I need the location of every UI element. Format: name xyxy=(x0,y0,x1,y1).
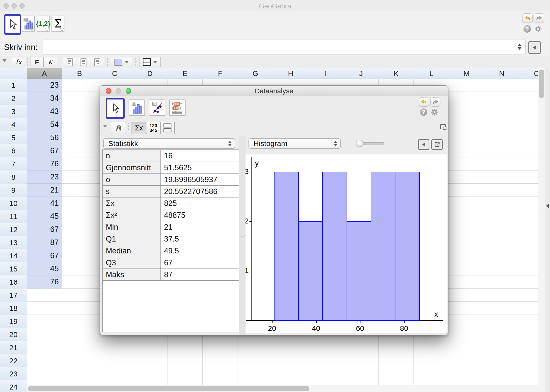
cell-O17[interactable] xyxy=(519,289,538,302)
cell-N3[interactable] xyxy=(484,105,519,118)
column-header-H[interactable]: H xyxy=(273,68,308,79)
cell-A7[interactable]: 76 xyxy=(27,157,62,171)
cell-M14[interactable] xyxy=(449,249,484,262)
cell-L23[interactable] xyxy=(414,367,449,380)
column-header-N[interactable]: N xyxy=(484,68,520,79)
cell-K23[interactable] xyxy=(379,367,414,380)
cell-M8[interactable] xyxy=(449,171,484,184)
italic-button[interactable]: K xyxy=(44,57,57,67)
cell-O11[interactable] xyxy=(519,210,538,223)
cell-N10[interactable] xyxy=(484,197,519,210)
row-header-23[interactable]: 23 xyxy=(0,367,27,381)
cell-O16[interactable] xyxy=(519,275,538,289)
toggle-left-panel-button[interactable] xyxy=(418,139,429,150)
dialog-settings-button[interactable] xyxy=(431,108,438,116)
row-header-12[interactable]: 12 xyxy=(0,223,27,236)
row-header-6[interactable]: 6 xyxy=(0,144,27,158)
input-field[interactable] xyxy=(43,40,525,54)
row-header-11[interactable]: 11 xyxy=(0,210,27,223)
cell-M12[interactable] xyxy=(449,223,484,236)
column-header-O[interactable]: O xyxy=(519,68,538,79)
show-data-button[interactable]: 123 345 xyxy=(146,122,161,134)
cell-A10[interactable]: 41 xyxy=(27,197,62,210)
cell-B16[interactable] xyxy=(62,275,97,289)
cell-C23[interactable] xyxy=(97,367,132,380)
cell-N7[interactable] xyxy=(484,157,519,171)
border-style-button[interactable] xyxy=(139,57,161,67)
cell-M17[interactable] xyxy=(449,289,484,302)
cell-B1[interactable] xyxy=(62,79,97,92)
vertical-scrollbar-thumb[interactable] xyxy=(539,70,544,98)
cell-N17[interactable] xyxy=(484,289,519,302)
cell-H22[interactable] xyxy=(273,354,308,367)
cell-M6[interactable] xyxy=(449,144,484,157)
input-help-toggle-button[interactable] xyxy=(528,41,541,54)
cell-D22[interactable] xyxy=(132,354,167,367)
row-header-3[interactable]: 3 xyxy=(0,105,27,118)
column-header-C[interactable]: C xyxy=(97,68,133,79)
cell-O9[interactable] xyxy=(519,184,538,197)
cell-N15[interactable] xyxy=(484,262,519,275)
row-header-21[interactable]: 21 xyxy=(0,341,27,354)
cell-J23[interactable] xyxy=(343,367,379,380)
column-header-A[interactable]: A xyxy=(27,68,62,79)
column-header-F[interactable]: F xyxy=(203,68,238,79)
vertical-scrollbar[interactable] xyxy=(538,68,545,392)
row-header-20[interactable]: 20 xyxy=(0,328,27,341)
fx-button[interactable]: fx xyxy=(12,57,25,67)
cell-O18[interactable] xyxy=(519,302,538,315)
cell-G21[interactable] xyxy=(238,341,273,354)
cell-A4[interactable]: 54 xyxy=(27,118,62,131)
cell-A20[interactable] xyxy=(27,328,62,341)
cell-M1[interactable] xyxy=(449,79,484,92)
dialog-redo-button[interactable] xyxy=(430,98,440,106)
cell-A22[interactable] xyxy=(27,354,62,367)
cell-N6[interactable] xyxy=(484,144,519,157)
cell-B10[interactable] xyxy=(62,197,97,210)
row-header-5[interactable]: 5 xyxy=(0,131,27,145)
cell-O7[interactable] xyxy=(519,157,538,171)
cell-O5[interactable] xyxy=(519,131,538,144)
cell-E22[interactable] xyxy=(167,354,203,367)
column-header-L[interactable]: L xyxy=(414,68,449,79)
sheet-corner[interactable] xyxy=(0,68,27,79)
align-right-button[interactable] xyxy=(91,57,104,67)
cell-O10[interactable] xyxy=(519,197,538,210)
cell-O3[interactable] xyxy=(519,105,538,118)
cell-J22[interactable] xyxy=(343,354,379,367)
cell-M4[interactable] xyxy=(449,118,484,131)
dialog-undo-button[interactable] xyxy=(419,98,429,106)
row-header-10[interactable]: 10 xyxy=(0,197,27,210)
one-variable-analysis-button[interactable] xyxy=(129,99,145,116)
bold-button[interactable]: F xyxy=(30,57,44,67)
plot-type-dropdown[interactable]: Histogram xyxy=(248,138,341,149)
row-header-15[interactable]: 15 xyxy=(0,262,27,276)
cell-N18[interactable] xyxy=(484,302,519,315)
dialog-help-button[interactable]: ? xyxy=(420,108,427,116)
cell-B14[interactable] xyxy=(62,249,97,262)
cell-B12[interactable] xyxy=(62,223,97,236)
cell-N12[interactable] xyxy=(484,223,519,236)
cell-O4[interactable] xyxy=(519,118,538,131)
cell-O8[interactable] xyxy=(519,171,538,184)
cell-A8[interactable]: 23 xyxy=(27,171,62,184)
cell-K22[interactable] xyxy=(379,354,414,367)
column-header-B[interactable]: B xyxy=(62,68,97,79)
show-statistics-button[interactable]: Σx xyxy=(132,122,146,134)
format-bar-collapse-arrow[interactable] xyxy=(2,59,7,62)
show-second-plot-button[interactable] xyxy=(160,122,175,134)
cell-N22[interactable] xyxy=(484,354,519,367)
cell-N5[interactable] xyxy=(484,131,519,144)
column-header-G[interactable]: G xyxy=(238,68,273,79)
cell-M16[interactable] xyxy=(449,275,484,289)
cell-O19[interactable] xyxy=(519,315,538,328)
cell-O2[interactable] xyxy=(519,92,538,105)
redo-button[interactable] xyxy=(534,13,544,23)
column-header-D[interactable]: D xyxy=(132,68,168,79)
cell-M3[interactable] xyxy=(449,105,484,118)
multi-variable-analysis-button[interactable] xyxy=(169,99,186,116)
cell-N21[interactable] xyxy=(484,341,519,354)
row-header-22[interactable]: 22 xyxy=(0,354,27,368)
cell-M9[interactable] xyxy=(449,184,484,197)
cell-A1[interactable]: 23 xyxy=(27,79,62,92)
